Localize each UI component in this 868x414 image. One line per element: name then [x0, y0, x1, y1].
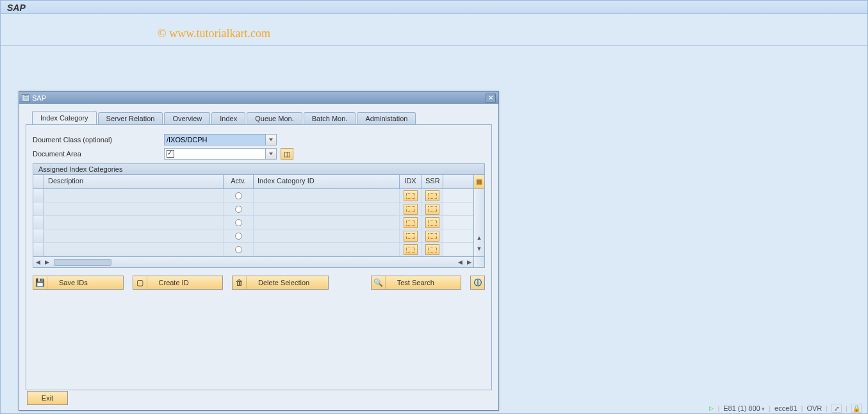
- row-selector[interactable]: [33, 229, 44, 242]
- cell-index-cat-id[interactable]: [254, 243, 400, 256]
- row-selector[interactable]: [33, 189, 44, 202]
- cell-index-cat-id[interactable]: [254, 216, 400, 229]
- cell-ssr[interactable]: [422, 229, 443, 242]
- grid-vertical-scrollbar[interactable]: ▲ ▼: [473, 175, 484, 267]
- radio-icon[interactable]: [235, 219, 242, 226]
- cell-idx[interactable]: [400, 189, 422, 202]
- cell-index-cat-id[interactable]: [254, 229, 400, 242]
- grid-config-icon[interactable]: [474, 175, 484, 189]
- ssr-action-icon[interactable]: [425, 190, 439, 201]
- close-icon[interactable]: ✕: [486, 94, 496, 103]
- cell-idx[interactable]: [400, 243, 422, 256]
- grid-horizontal-scrollbar[interactable]: ◀ ▶ ◀ ▶: [33, 256, 473, 267]
- row-selector[interactable]: [33, 243, 44, 256]
- dialog-titlebar[interactable]: ☰ SAP ✕: [19, 92, 498, 104]
- tab-overview[interactable]: Overview: [164, 112, 210, 124]
- scroll-down-icon[interactable]: ▼: [474, 245, 484, 256]
- document-area-input[interactable]: [164, 148, 266, 160]
- table-row[interactable]: [33, 216, 473, 229]
- cell-actv[interactable]: [224, 243, 254, 256]
- tab-queue-mon[interactable]: Queue Mon.: [247, 112, 302, 124]
- scroll-up-icon[interactable]: ▲: [474, 235, 484, 245]
- idx-action-icon[interactable]: [404, 190, 418, 201]
- tab-index[interactable]: Index: [211, 112, 245, 124]
- grid-rows: [33, 189, 473, 256]
- cell-actv[interactable]: [224, 203, 254, 215]
- table-row[interactable]: [33, 243, 473, 256]
- cell-description[interactable]: [44, 189, 224, 202]
- status-system[interactable]: E81 (1) 800: [723, 404, 765, 412]
- cell-description[interactable]: [44, 203, 224, 215]
- scroll-right-end-icon[interactable]: ▶: [464, 259, 473, 265]
- col-ssr[interactable]: SSR: [422, 175, 443, 188]
- cell-actv[interactable]: [224, 189, 254, 202]
- cell-ssr[interactable]: [422, 189, 443, 202]
- cell-ssr[interactable]: [422, 216, 443, 229]
- table-row[interactable]: [33, 189, 473, 203]
- divider: |: [717, 404, 719, 412]
- col-index-category-id[interactable]: Index Category ID: [254, 175, 400, 188]
- create-id-button[interactable]: ▢ Create ID: [133, 276, 224, 290]
- delete-selection-button[interactable]: 🗑 Delete Selection: [232, 276, 329, 290]
- ssr-action-icon[interactable]: [425, 244, 439, 255]
- info-button[interactable]: ⓘ: [470, 276, 485, 290]
- field-document-area: Document Area ◫: [33, 148, 485, 160]
- status-server: ecce81: [774, 404, 797, 412]
- status-layout-icon[interactable]: ⤢: [831, 404, 842, 413]
- document-area-action-icon[interactable]: ◫: [281, 148, 293, 160]
- scroll-left-end-icon[interactable]: ◀: [455, 259, 464, 265]
- tab-index-category[interactable]: Index Category: [32, 111, 97, 124]
- col-idx[interactable]: IDX: [400, 175, 422, 188]
- button-row: 💾 Save IDs ▢ Create ID 🗑 Delete Selectio…: [33, 276, 485, 290]
- table-row[interactable]: [33, 229, 473, 243]
- cell-description[interactable]: [44, 243, 224, 256]
- grid-assigned-index-categories: Assigned Index Categories Description Ac…: [33, 163, 485, 268]
- radio-icon[interactable]: [235, 233, 242, 240]
- table-row[interactable]: [33, 203, 473, 216]
- ssr-action-icon[interactable]: [425, 217, 439, 228]
- idx-action-icon[interactable]: [404, 231, 418, 242]
- col-description[interactable]: Description: [44, 175, 224, 188]
- grid-title: Assigned Index Categories: [33, 164, 484, 175]
- document-class-input[interactable]: [164, 134, 266, 145]
- cell-idx[interactable]: [400, 203, 422, 215]
- col-actv[interactable]: Actv.: [224, 175, 254, 188]
- row-selector[interactable]: [33, 203, 44, 215]
- document-class-f4-icon[interactable]: [265, 134, 277, 145]
- exit-button[interactable]: Exit: [27, 391, 68, 405]
- cell-actv[interactable]: [224, 216, 254, 229]
- divider: |: [846, 404, 848, 412]
- cell-ssr[interactable]: [422, 243, 443, 256]
- radio-icon[interactable]: [235, 206, 242, 213]
- save-ids-button[interactable]: 💾 Save IDs: [33, 276, 124, 290]
- status-lock-icon[interactable]: 🔒: [851, 404, 862, 413]
- cell-description[interactable]: [44, 216, 224, 229]
- cell-index-cat-id[interactable]: [254, 203, 400, 215]
- status-mode: OVR: [807, 404, 822, 412]
- ssr-action-icon[interactable]: [425, 231, 439, 242]
- status-triangle-icon[interactable]: ▷: [709, 405, 714, 411]
- idx-action-icon[interactable]: [404, 204, 418, 215]
- radio-icon[interactable]: [235, 192, 242, 199]
- tab-batch-mon[interactable]: Batch Mon.: [304, 112, 356, 124]
- document-area-f4-icon[interactable]: [265, 148, 277, 160]
- cell-description[interactable]: [44, 229, 224, 242]
- scroll-right-icon[interactable]: ▶: [42, 259, 51, 265]
- cell-idx[interactable]: [400, 229, 422, 242]
- radio-icon[interactable]: [235, 246, 242, 253]
- idx-action-icon[interactable]: [404, 217, 418, 228]
- tab-server-relation[interactable]: Server Relation: [98, 112, 163, 124]
- dialog-title: SAP: [32, 94, 46, 102]
- idx-action-icon[interactable]: [404, 244, 418, 255]
- cell-index-cat-id[interactable]: [254, 189, 400, 202]
- cell-actv[interactable]: [224, 229, 254, 242]
- tab-administration[interactable]: Administation: [357, 112, 416, 124]
- row-selector[interactable]: [33, 216, 44, 229]
- scroll-left-icon[interactable]: ◀: [33, 259, 42, 265]
- scroll-thumb[interactable]: [54, 259, 111, 266]
- cell-idx[interactable]: [400, 216, 422, 229]
- ssr-action-icon[interactable]: [425, 204, 439, 215]
- test-search-button[interactable]: 🔍 Test Search: [371, 276, 462, 290]
- dialog-body: Index Category Server Relation Overview …: [19, 104, 498, 410]
- cell-ssr[interactable]: [422, 203, 443, 215]
